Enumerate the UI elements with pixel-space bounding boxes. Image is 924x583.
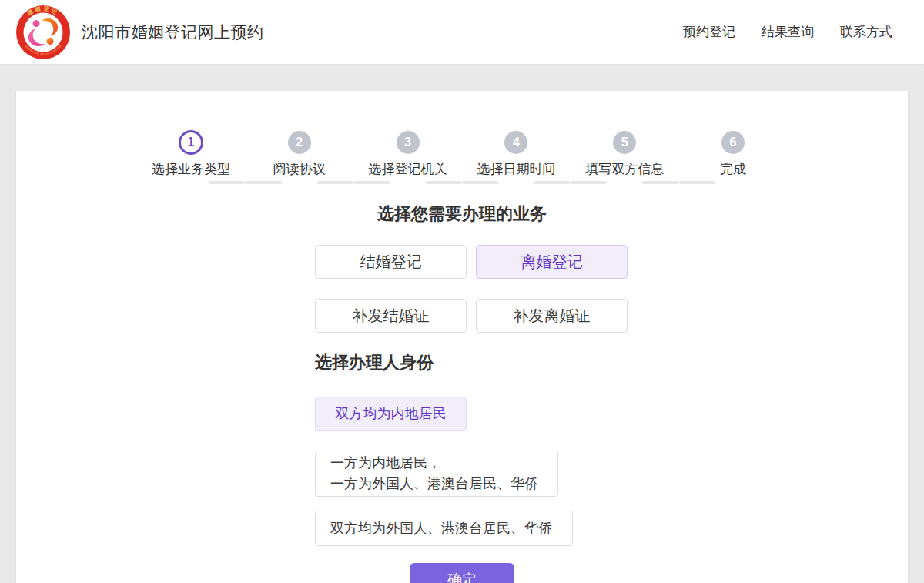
step-6-label: 完成 [720, 162, 746, 177]
step-4-circle: 4 [504, 131, 527, 154]
app-header: 婚姻登记 MARRIAGE REGISTRATION 沈阳市婚姻登记网上预约 预… [0, 0, 924, 65]
step-1-label: 选择业务类型 [152, 162, 230, 177]
marriage-seal-icon: 婚姻登记 MARRIAGE REGISTRATION [15, 5, 71, 60]
identity-option-both-foreign[interactable]: 双方均为外国人、港澳台居民、华侨 [315, 511, 573, 546]
step-6-circle: 6 [721, 131, 745, 154]
nav-result-query[interactable]: 结果查询 [762, 23, 814, 41]
identity-option-one-mainland-one-foreign[interactable]: 一方为内地居民， 一方为外国人、港澳台居民、华侨 [315, 451, 558, 497]
identity-option-label-line2: 一方为外国人、港澳台居民、华侨 [330, 474, 538, 494]
identity-option-label: 双方均为外国人、港澳台居民、华侨 [330, 518, 552, 539]
wizard-stepper: 1 选择业务类型 2 阅读协议 3 选择登记机关 4 选择日期时间 5 填写双方… [137, 91, 788, 177]
main-card: 1 选择业务类型 2 阅读协议 3 选择登记机关 4 选择日期时间 5 填写双方… [16, 91, 908, 583]
identity-option-both-mainland-residents[interactable]: 双方均为内地居民 [315, 397, 467, 431]
page-title: 沈阳市婚姻登记网上预约 [82, 22, 264, 43]
identity-option-label-line1: 一方为内地居民， [330, 453, 441, 474]
business-option-reissue-divorce-certificate[interactable]: 补发离婚证 [476, 299, 628, 333]
step-5-label: 填写双方信息 [585, 162, 664, 177]
step-3-label: 选择登记机关 [369, 162, 447, 177]
nav-contact-info[interactable]: 联系方式 [840, 23, 892, 41]
nav-appointment-registration[interactable]: 预约登记 [683, 23, 735, 41]
business-type-options: 结婚登记 离婚登记 补发结婚证 补发离婚证 [315, 245, 628, 333]
step-2-circle: 2 [288, 131, 311, 154]
step-6-complete: 6 完成 [679, 131, 788, 177]
step-1-business-type: 1 选择业务类型 [137, 131, 246, 177]
step-3-circle: 3 [397, 131, 420, 154]
step-2-label: 阅读协议 [273, 162, 326, 177]
business-option-marriage-registration[interactable]: 结婚登记 [315, 245, 467, 279]
step-1-circle: 1 [179, 130, 203, 155]
identity-section-title: 选择办理人身份 [315, 353, 908, 373]
step-5-both-parties-info: 5 填写双方信息 [571, 131, 679, 177]
step-5-circle: 5 [613, 131, 636, 154]
identity-option-label: 双方均为内地居民 [336, 404, 447, 424]
confirm-button[interactable]: 确定 [410, 563, 514, 583]
identity-options: 双方均为内地居民 一方为内地居民， 一方为外国人、港澳台居民、华侨 双方均为外国… [315, 397, 908, 546]
step-2-read-agreement: 2 阅读协议 [245, 131, 353, 177]
business-option-divorce-registration[interactable]: 离婚登记 [476, 245, 628, 279]
business-section-title: 选择您需要办理的业务 [16, 204, 908, 224]
step-3-registry-office: 3 选择登记机关 [353, 131, 462, 177]
header-nav: 预约登记 结果查询 联系方式 [683, 23, 892, 41]
step-4-label: 选择日期时间 [477, 162, 555, 177]
business-option-reissue-marriage-certificate[interactable]: 补发结婚证 [315, 299, 467, 333]
step-4-date-time: 4 选择日期时间 [462, 131, 571, 177]
